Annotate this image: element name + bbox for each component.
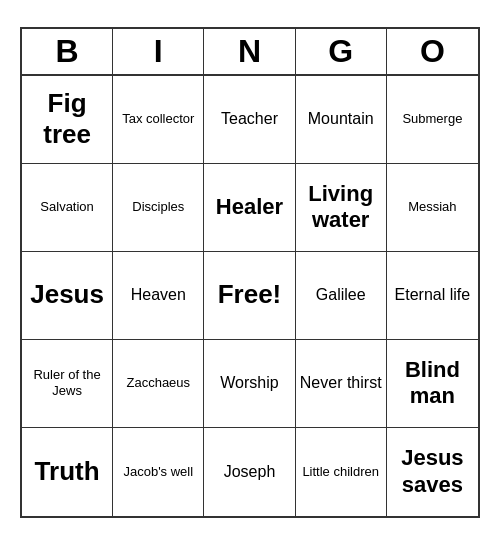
bingo-cell[interactable]: Salvation bbox=[22, 164, 113, 252]
cell-text: Jacob's well bbox=[123, 464, 193, 480]
cell-text: Free! bbox=[218, 279, 282, 310]
bingo-cell[interactable]: Ruler of the Jews bbox=[22, 340, 113, 428]
cell-text: Heaven bbox=[131, 285, 186, 304]
cell-text: Messiah bbox=[408, 199, 456, 215]
cell-text: Living water bbox=[300, 181, 382, 234]
cell-text: Teacher bbox=[221, 109, 278, 128]
cell-text: Jesus saves bbox=[391, 445, 474, 498]
cell-text: Joseph bbox=[224, 462, 276, 481]
bingo-cell[interactable]: Jesus bbox=[22, 252, 113, 340]
bingo-cell[interactable]: Mountain bbox=[296, 76, 387, 164]
bingo-grid: Fig treeTax collectorTeacherMountainSubm… bbox=[22, 76, 478, 516]
bingo-cell[interactable]: Little children bbox=[296, 428, 387, 516]
cell-text: Salvation bbox=[40, 199, 93, 215]
bingo-cell[interactable]: Submerge bbox=[387, 76, 478, 164]
bingo-cell[interactable]: Joseph bbox=[204, 428, 295, 516]
bingo-cell[interactable]: Eternal life bbox=[387, 252, 478, 340]
bingo-card: BINGO Fig treeTax collectorTeacherMounta… bbox=[20, 27, 480, 518]
bingo-cell[interactable]: Living water bbox=[296, 164, 387, 252]
cell-text: Healer bbox=[216, 194, 283, 220]
cell-text: Fig tree bbox=[26, 88, 108, 150]
cell-text: Galilee bbox=[316, 285, 366, 304]
cell-text: Zacchaeus bbox=[126, 375, 190, 391]
header-letter: G bbox=[296, 29, 387, 74]
cell-text: Never thirst bbox=[300, 373, 382, 392]
bingo-cell[interactable]: Truth bbox=[22, 428, 113, 516]
bingo-cell[interactable]: Healer bbox=[204, 164, 295, 252]
cell-text: Little children bbox=[302, 464, 379, 480]
bingo-cell[interactable]: Free! bbox=[204, 252, 295, 340]
cell-text: Tax collector bbox=[122, 111, 194, 127]
bingo-cell[interactable]: Worship bbox=[204, 340, 295, 428]
bingo-cell[interactable]: Galilee bbox=[296, 252, 387, 340]
bingo-cell[interactable]: Zacchaeus bbox=[113, 340, 204, 428]
bingo-cell[interactable]: Teacher bbox=[204, 76, 295, 164]
bingo-cell[interactable]: Jacob's well bbox=[113, 428, 204, 516]
header-letter: O bbox=[387, 29, 478, 74]
cell-text: Jesus bbox=[30, 279, 104, 310]
cell-text: Truth bbox=[35, 456, 100, 487]
cell-text: Blind man bbox=[391, 357, 474, 410]
bingo-header: BINGO bbox=[22, 29, 478, 76]
cell-text: Ruler of the Jews bbox=[26, 367, 108, 398]
header-letter: B bbox=[22, 29, 113, 74]
cell-text: Worship bbox=[220, 373, 278, 392]
cell-text: Disciples bbox=[132, 199, 184, 215]
cell-text: Mountain bbox=[308, 109, 374, 128]
bingo-cell[interactable]: Tax collector bbox=[113, 76, 204, 164]
cell-text: Eternal life bbox=[395, 285, 471, 304]
cell-text: Submerge bbox=[402, 111, 462, 127]
bingo-cell[interactable]: Jesus saves bbox=[387, 428, 478, 516]
bingo-cell[interactable]: Blind man bbox=[387, 340, 478, 428]
bingo-cell[interactable]: Never thirst bbox=[296, 340, 387, 428]
bingo-cell[interactable]: Fig tree bbox=[22, 76, 113, 164]
bingo-cell[interactable]: Heaven bbox=[113, 252, 204, 340]
header-letter: I bbox=[113, 29, 204, 74]
header-letter: N bbox=[204, 29, 295, 74]
bingo-cell[interactable]: Disciples bbox=[113, 164, 204, 252]
bingo-cell[interactable]: Messiah bbox=[387, 164, 478, 252]
